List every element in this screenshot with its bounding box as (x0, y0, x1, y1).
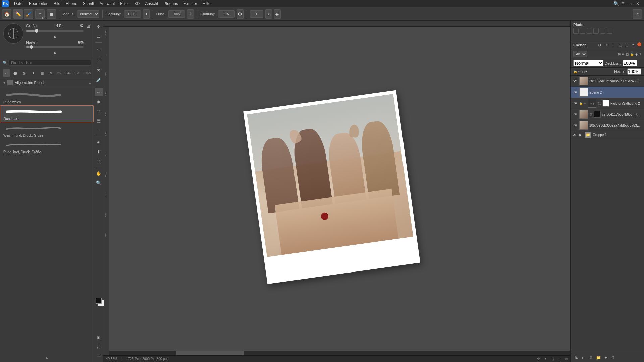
brush-item-rund-hart[interactable]: Rund hart (0, 105, 94, 122)
rotation-input[interactable] (250, 10, 263, 18)
tool-btn-2[interactable]: 🖌️ (24, 9, 33, 19)
menu-plugins[interactable]: Plug-ins (161, 1, 181, 7)
brush-item-weich-druck[interactable]: Weich, rund, Druck, Größe (0, 122, 94, 139)
menu-datei[interactable]: Datei (11, 1, 26, 7)
brush-type-round2[interactable]: ◎ (20, 69, 28, 77)
layers-panel-menu[interactable]: ≡ (631, 42, 636, 48)
rectangle-select-tool[interactable]: ▭ (95, 32, 103, 40)
menu-bild[interactable]: Bild (51, 1, 63, 7)
menu-ebene[interactable]: Ebene (63, 1, 80, 7)
layer-item-3[interactable]: 👁 🔒 ✏ adj ⛓ Farbton/Sättigung 2 (571, 98, 644, 109)
layer-ctrl-icon-4[interactable]: 🔒 (630, 52, 634, 56)
path-icon-5[interactable] (600, 28, 605, 34)
layer-ctrl-icon-5[interactable]: ◈ (635, 52, 638, 56)
gradient-tool[interactable]: ▤ (95, 116, 103, 124)
fuechen-input[interactable] (627, 68, 641, 75)
layer-visibility-1[interactable]: 👁 (573, 78, 578, 84)
add-style-btn[interactable]: fx (573, 355, 579, 361)
menu-fenster[interactable]: Fenster (181, 1, 200, 7)
blend-mode-dropdown[interactable]: Normal (573, 60, 603, 66)
layer-group-1[interactable]: 👁 ▶ 📁 Gruppe 1 (571, 131, 644, 139)
path-icon-4[interactable] (593, 28, 599, 34)
menu-bearbeiten[interactable]: Bearbeiten (26, 1, 51, 7)
fluss-input[interactable] (168, 10, 185, 18)
brush-type-texture[interactable]: ▦ (38, 69, 46, 77)
add-group-btn[interactable]: 📁 (595, 355, 601, 361)
hand-tool[interactable]: ✋ (95, 169, 103, 177)
menu-filter[interactable]: Filter (117, 1, 132, 7)
horizontal-scrollbar[interactable] (109, 351, 570, 355)
menu-ansicht[interactable]: Ansicht (142, 1, 161, 7)
symmetry-btn[interactable]: ⌖ (265, 9, 272, 19)
window-close[interactable]: ✕ (636, 1, 639, 6)
layer-item-4[interactable]: 👁 ⛓ c7fb04117b5c7b655...7cb3c97734_Kopie… (571, 109, 644, 120)
expand-icon[interactable]: ⊞ (86, 23, 90, 29)
menu-schrift[interactable]: Schrift (80, 1, 97, 7)
brush-item-rund-weich[interactable]: Rund weich (0, 89, 94, 105)
layers-icon-2[interactable]: + (604, 42, 609, 48)
clone-tool[interactable]: ⊕ (95, 98, 103, 106)
add-mask-btn[interactable]: ◻ (581, 355, 587, 361)
add-adjustment-btn[interactable]: ⊕ (588, 355, 594, 361)
path-icon-3[interactable] (587, 28, 592, 34)
deckung-input[interactable] (124, 10, 141, 18)
path-icon-6[interactable] (607, 28, 612, 34)
menu-auswahl[interactable]: Auswahl (97, 1, 117, 7)
window-minimize[interactable]: ─ (627, 1, 630, 6)
home-button[interactable]: 🏠 (2, 9, 11, 19)
layers-icon-5[interactable]: ⊞ (624, 42, 629, 48)
deckung-pressure-btn[interactable]: ✦ (143, 9, 150, 19)
layer-item-1[interactable]: 👁 3fc992adc9af7a0857e1d5a245361ec1 (571, 76, 644, 87)
search-icon[interactable]: 🔍 (613, 1, 619, 6)
glattung-input[interactable] (218, 10, 235, 18)
extra-tool-1[interactable]: ≋ (633, 9, 642, 19)
layer-visibility-4[interactable]: 👁 (573, 112, 578, 117)
layers-icon-4[interactable]: ⬚ (617, 42, 623, 48)
group-expand-icon[interactable]: ▶ (579, 133, 583, 137)
pen-tool[interactable]: ✒ (95, 138, 103, 146)
object-select-tool[interactable]: ⬚ (95, 54, 103, 62)
haerte-slider[interactable] (26, 46, 84, 48)
delete-layer-btn[interactable]: 🗑 (610, 355, 616, 361)
eyedropper-tool[interactable]: 💉 (95, 76, 103, 84)
text-tool[interactable]: T (95, 147, 103, 156)
layer-ctrl-icon-6[interactable]: + (639, 52, 641, 56)
layer-ctrl-icon-1[interactable]: ⊞ (618, 52, 621, 56)
airbrush-btn[interactable]: ✧ (187, 9, 194, 19)
brush-tool-btn[interactable]: ✏️ (13, 9, 23, 19)
brush-tool[interactable]: ✏ (95, 88, 103, 96)
brush-group-header[interactable]: ▼ Allgemeine Pinsel ≡ (0, 78, 94, 87)
eraser-tool[interactable]: ◻ (95, 107, 103, 115)
groesse-slider[interactable] (26, 30, 84, 32)
pressure-btn[interactable]: ◈ (274, 9, 281, 19)
add-layer-btn[interactable]: + (603, 355, 609, 361)
art-dropdown[interactable]: Art (573, 51, 587, 57)
settings-icon[interactable]: ⚙ (80, 23, 84, 28)
screen-mode-btn[interactable]: ⬚ (95, 343, 103, 351)
canvas-container[interactable] (109, 27, 570, 355)
crop-tool[interactable]: ⊡ (95, 66, 103, 74)
quick-mask-btn[interactable]: ▣ (95, 333, 103, 341)
group-visibility[interactable]: 👁 (573, 133, 578, 137)
layer-visibility-2[interactable]: 👁 (573, 89, 578, 95)
brush-type-round[interactable]: ⬤ (11, 69, 19, 77)
menu-3d[interactable]: 3D (132, 1, 142, 7)
layer-item-5[interactable]: 👁 10578e30b30092a4abf5b83a539ecdd8_Kopie (571, 120, 644, 131)
menu-hilfe[interactable]: Hilfe (200, 1, 213, 7)
layers-icon-1[interactable]: ⚙ (597, 42, 602, 48)
lasso-tool[interactable]: ⌐ (95, 45, 103, 53)
foreground-color-swatch[interactable] (96, 298, 102, 304)
brush-item-rund-hart-druck[interactable]: Rund, hart, Druck, Größe (0, 139, 94, 155)
workspace-icon[interactable]: ⊞ (621, 1, 625, 6)
brush-type-natural[interactable]: ≋ (47, 69, 54, 77)
shape-tool[interactable]: ◻ (95, 157, 103, 165)
deckkraft-input[interactable] (623, 60, 637, 66)
brush-type-special[interactable]: ✦ (29, 69, 37, 77)
layer-ctrl-icon-2[interactable]: ✏ (622, 52, 625, 56)
brush-search-input[interactable] (9, 60, 91, 66)
path-icon-1[interactable] (573, 28, 579, 34)
window-maximize[interactable]: □ (632, 1, 634, 6)
path-icon-2[interactable] (580, 28, 585, 34)
layer-visibility-5[interactable]: 👁 (573, 123, 578, 128)
layers-icon-3[interactable]: T (610, 42, 616, 48)
